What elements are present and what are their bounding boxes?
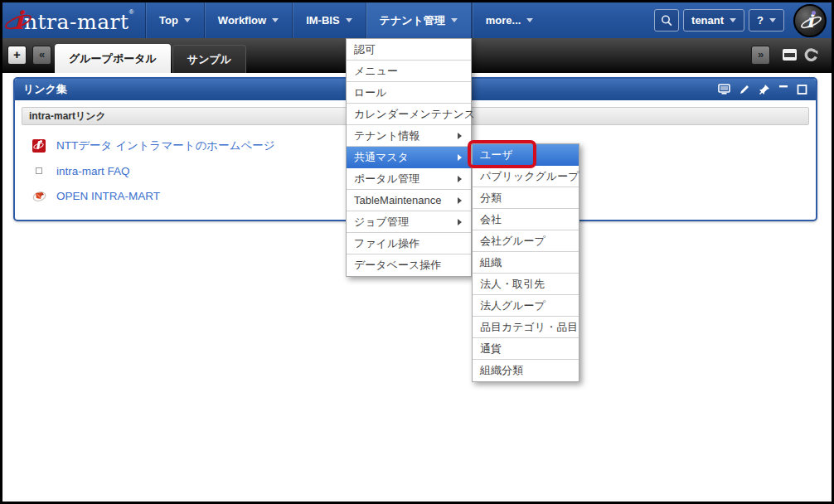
menu-item-role[interactable]: ロール	[347, 82, 471, 104]
scroll-tabs-right-button[interactable]: »	[751, 46, 770, 65]
link-intra-mart-faq[interactable]: intra-mart FAQ	[56, 165, 130, 177]
menu-item-common-master[interactable]: 共通マスタ	[347, 147, 471, 168]
search-icon	[660, 14, 673, 27]
add-tab-button[interactable]: +	[7, 46, 27, 65]
open-intra-mart-bird-icon	[32, 189, 46, 202]
chevron-down-icon	[184, 18, 191, 26]
chevron-down-icon	[769, 18, 776, 26]
help-dropdown[interactable]: ?	[749, 9, 784, 32]
menu-item-job-management[interactable]: ジョブ管理	[347, 211, 471, 233]
chevron-down-icon	[272, 18, 279, 26]
link-ntt-data-homepage[interactable]: NTTデータ イントラマートのホームページ	[56, 138, 275, 153]
tab-sample[interactable]: サンプル	[172, 45, 246, 73]
chevron-down-icon	[730, 18, 736, 26]
submenu-item-company-group[interactable]: 会社グループ	[473, 230, 579, 252]
menu-item-table-maintenance[interactable]: TableMaintenance	[347, 190, 471, 211]
portlet-title: リンク集	[23, 82, 67, 97]
submenu-arrow-icon	[458, 176, 465, 182]
submenu-item-organization-classification[interactable]: 組織分類	[473, 360, 579, 381]
top-nav-right-controls: tenant ? i	[654, 2, 832, 38]
menu-item-portal-management[interactable]: ポータル管理	[347, 168, 471, 190]
pin-icon[interactable]	[759, 84, 770, 95]
submenu-item-organization[interactable]: 組織	[473, 252, 579, 274]
submenu-item-item-category[interactable]: 品目カテゴリ・品目	[473, 317, 579, 338]
submenu-item-corporation-customer[interactable]: 法人・取引先	[473, 274, 579, 295]
menu-item-menu[interactable]: メニュー	[347, 61, 471, 82]
menu-item-calendar-maintenance[interactable]: カレンダーメンテナンス	[347, 104, 471, 125]
chevron-down-icon	[451, 18, 458, 26]
menu-item-tenant-info[interactable]: テナント情報	[347, 125, 471, 147]
submenu-item-currency[interactable]: 通貨	[473, 338, 579, 360]
menu-item-database-operation[interactable]: データベース操作	[347, 254, 471, 276]
nav-item-tenant-management[interactable]: テナント管理	[366, 2, 472, 38]
monitor-icon[interactable]	[718, 84, 730, 95]
intra-mart-logo-mark: intra-mart®	[14, 8, 134, 33]
submenu-arrow-icon	[458, 154, 465, 161]
square-outline-icon	[32, 167, 46, 174]
window-view-icon[interactable]	[783, 49, 797, 61]
menu-item-auth[interactable]: 認可	[347, 39, 471, 61]
app-window: intra-mart® Top Workflow IM-BIS テナント管理 m…	[2, 2, 832, 502]
pencil-edit-icon[interactable]	[739, 84, 750, 95]
top-nav-bar: intra-mart® Top Workflow IM-BIS テナント管理 m…	[2, 2, 832, 38]
submenu-item-company[interactable]: 会社	[473, 209, 579, 230]
logo-registered-mark: ®	[129, 8, 134, 16]
intra-mart-badge-icon[interactable]: i	[793, 4, 827, 37]
submenu-item-corporation-group[interactable]: 法人グループ	[473, 295, 579, 317]
scroll-tabs-left-button[interactable]: «	[32, 46, 51, 65]
intra-mart-favicon-icon	[32, 139, 46, 153]
nav-item-more[interactable]: more...	[472, 2, 547, 38]
menu-item-file-operation[interactable]: ファイル操作	[347, 233, 471, 254]
portlet-toolbar	[718, 84, 807, 95]
minimize-icon[interactable]	[778, 84, 788, 95]
logo-letter-i: i	[14, 6, 23, 35]
link-open-intra-mart[interactable]: OPEN INTRA-MART	[56, 190, 160, 202]
logo-text: ntra-mart	[24, 10, 129, 34]
tab-group-portal[interactable]: グループポータル	[55, 44, 171, 73]
tenant-management-menu: 認可 メニュー ロール カレンダーメンテナンス テナント情報 共通マスタ ポータ…	[346, 38, 472, 277]
nav-item-im-bis[interactable]: IM-BIS	[292, 2, 365, 38]
submenu-arrow-icon	[458, 133, 465, 139]
submenu-item-public-group[interactable]: パブリックグループ	[473, 166, 579, 187]
chevron-down-icon	[526, 18, 533, 26]
maximize-icon[interactable]	[797, 84, 807, 95]
chevron-down-icon	[346, 18, 352, 26]
tenant-dropdown[interactable]: tenant	[683, 9, 744, 32]
common-master-submenu: ユーザ パブリックグループ 分類 会社 会社グループ 組織 法人・取引先 法人グ…	[472, 143, 579, 382]
submenu-arrow-icon	[458, 219, 465, 225]
submenu-item-user[interactable]: ユーザ	[473, 144, 579, 166]
submenu-arrow-icon	[458, 197, 465, 204]
search-button[interactable]	[654, 9, 679, 32]
nav-item-workflow[interactable]: Workflow	[204, 2, 292, 38]
portal-tabs: グループポータル サンプル	[55, 44, 248, 73]
top-nav-items: Top Workflow IM-BIS テナント管理 more...	[145, 2, 546, 38]
refresh-icon[interactable]	[803, 47, 818, 66]
submenu-item-classification[interactable]: 分類	[473, 187, 579, 209]
nav-item-top[interactable]: Top	[145, 2, 204, 38]
intra-mart-logo[interactable]: intra-mart®	[2, 2, 145, 38]
